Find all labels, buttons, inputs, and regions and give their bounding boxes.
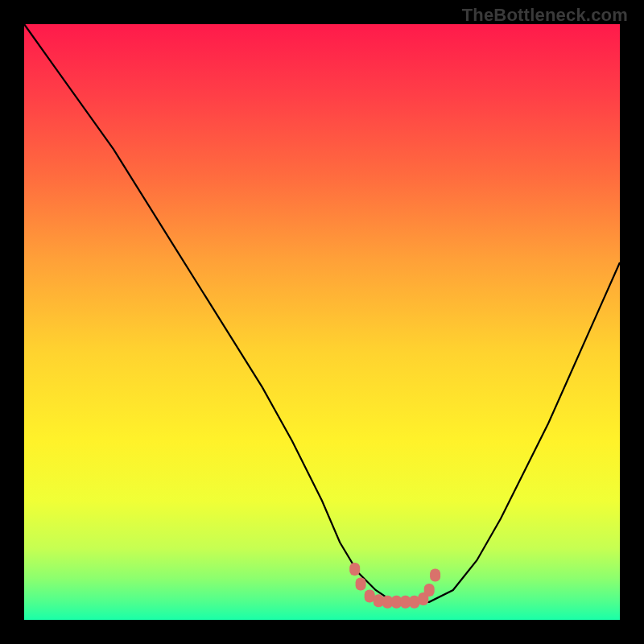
optimal-region-markers xyxy=(349,563,440,609)
marker-dot xyxy=(374,594,384,607)
chart-container: TheBottleneck.com xyxy=(0,0,644,644)
watermark-text: TheBottleneck.com xyxy=(462,5,628,26)
marker-dot xyxy=(409,596,419,609)
bottleneck-curve xyxy=(24,24,620,602)
marker-dot xyxy=(382,596,393,609)
curve-layer xyxy=(24,24,620,620)
marker-dot xyxy=(349,563,360,576)
marker-dot xyxy=(391,596,402,609)
marker-dot xyxy=(400,596,411,609)
marker-dot xyxy=(365,589,375,602)
marker-dot xyxy=(430,569,440,582)
marker-dot xyxy=(424,584,435,597)
plot-area xyxy=(24,24,620,620)
marker-dot xyxy=(356,578,366,591)
